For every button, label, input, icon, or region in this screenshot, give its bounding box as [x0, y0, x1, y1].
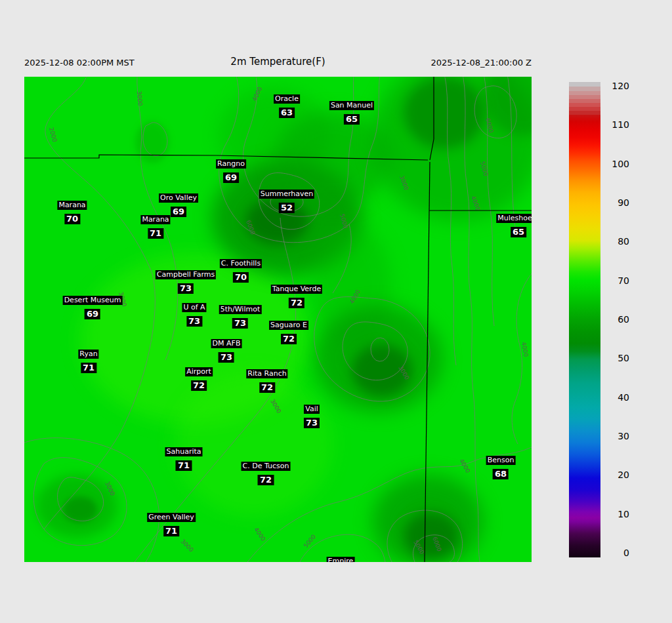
station-value: 71: [176, 460, 192, 471]
colorbar-tick-100: 100: [600, 159, 629, 170]
station-value: 72: [258, 475, 274, 485]
station-label: 5th/Wilmot: [219, 305, 262, 314]
station-label: Green Valley: [147, 513, 196, 522]
station-value: 72: [259, 382, 275, 393]
contour-elevation-label: 3000: [136, 90, 144, 106]
station-green-valley: Green Valley71: [147, 510, 196, 536]
station-label: Summerhaven: [259, 190, 314, 199]
station-value: 70: [64, 214, 80, 224]
station-c-foothills: C. Foothills70: [220, 256, 262, 283]
station-label: Oracle: [274, 94, 300, 104]
station-label: Rita Ranch: [246, 369, 287, 378]
colorbar-tick-110: 110: [600, 119, 629, 131]
station-label: Muleshoe R: [496, 214, 532, 223]
station-value: 71: [163, 526, 179, 536]
station-dm-afb: DM AFB73: [211, 336, 242, 363]
station-benson: Benson68: [486, 452, 516, 479]
station-label: Marana: [140, 215, 170, 224]
station-value: 65: [344, 114, 360, 125]
station-c-de-tucson: C. De Tucson72: [242, 458, 291, 485]
station-campbell-farms: Campbell Farms73: [156, 267, 216, 294]
station-label: U of A: [182, 303, 206, 312]
station-value: 73: [219, 352, 234, 363]
station-label: Campbell Farms: [156, 270, 216, 279]
station-san-manuel: San Manuel65: [329, 98, 374, 125]
station-label: Tanque Verde: [271, 285, 322, 294]
station-sahuarita: Sahuarita71: [165, 444, 202, 471]
station-saguaro-e: Saguaro E72: [269, 317, 308, 344]
station-value: 69: [171, 207, 186, 217]
station-marana: Marana71: [140, 212, 170, 239]
station-rangno: Rangno69: [216, 156, 246, 183]
station-label: Vail: [304, 405, 320, 414]
station-oracle: Oracle63: [274, 91, 300, 118]
colorbar-tick-60: 60: [600, 314, 629, 325]
station-marana: Marana70: [57, 197, 87, 224]
station-label: C. De Tucson: [242, 462, 291, 471]
station-summerhaven: Summerhaven52: [259, 186, 314, 213]
station-label: San Manuel: [329, 101, 374, 110]
station-desert-museum: Desert Museum69: [63, 292, 123, 319]
colorbar-tick-80: 80: [600, 236, 629, 247]
station-value: 71: [81, 363, 96, 373]
station-value: 70: [233, 272, 249, 283]
station-label: Sahuarita: [165, 447, 202, 456]
station-label: Rangno: [216, 159, 246, 169]
contour-elevation-label: 4000: [253, 526, 266, 542]
colorbar-tick-120: 120: [600, 81, 629, 92]
station-value: 69: [85, 309, 100, 319]
station-label: Ryan: [78, 350, 98, 359]
station-value: 73: [232, 318, 248, 329]
station-label: Desert Museum: [63, 296, 123, 305]
station-u-of-a: U of A73: [182, 300, 206, 327]
colorbar-tick-30: 30: [600, 431, 629, 442]
station-label: DM AFB: [211, 339, 242, 348]
station-label: Airport: [185, 367, 213, 376]
station-value: 72: [281, 334, 297, 344]
station-value: 52: [279, 203, 295, 213]
colorbar: [569, 82, 600, 557]
station-ryan: Ryan71: [78, 346, 98, 373]
station-vail: Vail73: [304, 401, 320, 428]
contour-elevation-label: 5000: [303, 533, 318, 549]
station-value: 73: [186, 316, 202, 327]
colorbar-tick-10: 10: [600, 509, 629, 520]
contour-elevation-label: 4000: [520, 342, 530, 358]
utc-timestamp: 2025-12-08_21:00:00 Z: [0, 58, 532, 68]
station-rita-ranch: Rita Ranch72: [246, 366, 287, 393]
station-label: Saguaro E: [269, 321, 308, 330]
station-5th-wilmot: 5th/Wilmot73: [219, 302, 262, 329]
station-airport: Airport72: [185, 364, 213, 391]
station-muleshoe-r: Muleshoe R65: [496, 211, 532, 237]
station-label: Marana: [57, 201, 87, 210]
station-label: Oro Valley: [159, 193, 198, 203]
station-label: Benson: [486, 456, 516, 465]
station-label: C. Foothills: [220, 259, 262, 268]
weather-map-screen: 2025-12-08 02:00PM MST 2m Temperature(F)…: [0, 0, 672, 623]
station-value: 72: [191, 380, 207, 391]
contour-elevation-label: 2000: [48, 127, 58, 143]
station-value: 73: [178, 283, 194, 294]
colorbar-tick-40: 40: [600, 392, 629, 403]
station-value: 72: [289, 298, 304, 308]
station-label: Empire: [327, 557, 355, 562]
colorbar-tick-50: 50: [600, 353, 629, 364]
colorbar-tick-70: 70: [600, 275, 629, 287]
colorbar-tick-0: 0: [600, 548, 629, 559]
station-value: 69: [223, 172, 239, 183]
station-value: 63: [279, 108, 295, 118]
colorbar-ticks: 1201101009080706050403020100: [600, 82, 631, 557]
station-value: 68: [493, 469, 509, 479]
contour-elevation-label: 4000: [458, 458, 471, 474]
colorbar-tick-90: 90: [600, 197, 629, 209]
station-empire: Empire: [327, 553, 355, 562]
station-value: 65: [511, 227, 526, 237]
station-value: 71: [148, 228, 163, 239]
colorbar-tick-20: 20: [600, 470, 629, 481]
contour-elevation-label: 3000: [180, 538, 195, 553]
station-tanque-verde: Tanque Verde72: [271, 281, 322, 308]
temperature-map: 2000300040003000600050004000600050004000…: [24, 77, 532, 562]
station-value: 73: [304, 418, 320, 428]
